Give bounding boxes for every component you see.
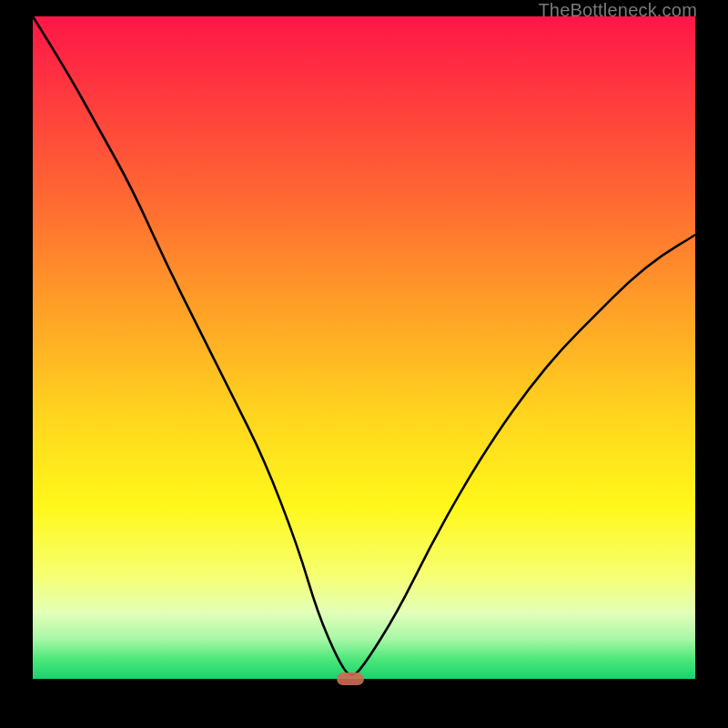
minimum-marker [337, 672, 364, 685]
chart-frame: { "watermark": "TheBottleneck.com", "col… [0, 0, 728, 728]
plot-area [33, 16, 695, 679]
bottleneck-curve-path [33, 16, 695, 675]
curve-svg [33, 16, 695, 679]
